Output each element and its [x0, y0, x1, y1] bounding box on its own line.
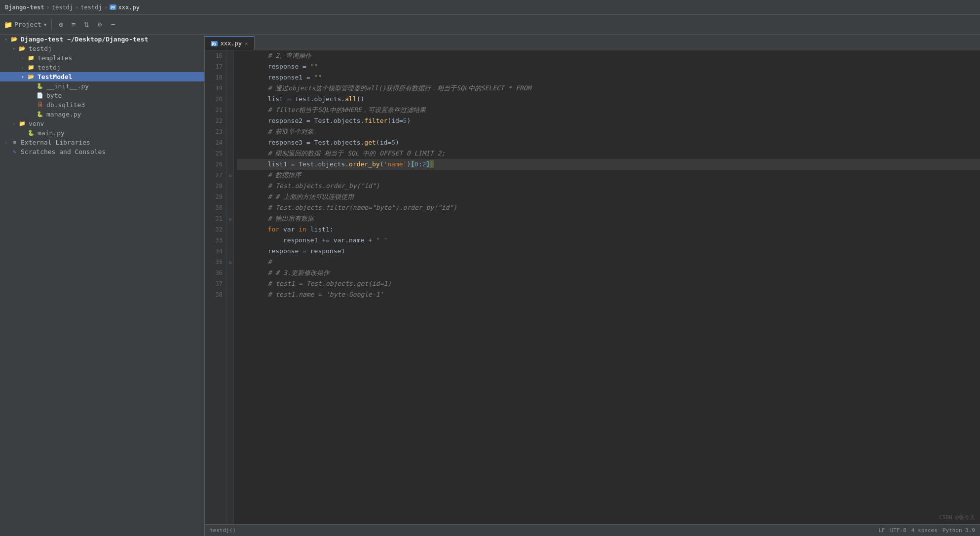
toolbar-settings-btn[interactable]: ⚙ — [94, 19, 106, 30]
project-label-text: Project — [14, 21, 41, 28]
tree-label-testdj-inner: testdj — [38, 64, 61, 71]
sidebar-item-templates[interactable]: › 📁 templates — [0, 53, 204, 63]
breadcrumb-file: xxx.py — [118, 4, 140, 11]
scratches-icon: ✎ — [10, 149, 19, 155]
sidebar[interactable]: ▾ 📂 Django-test ~/Desktop/Django-test ▾ … — [0, 35, 205, 536]
code-container[interactable]: 16 17 18 19 20 21 22 23 24 25 26 27 28 2… — [205, 50, 980, 524]
sidebar-item-byte[interactable]: 📄 byte — [0, 91, 204, 100]
sidebar-item-venv[interactable]: › 📁 venv — [0, 119, 204, 128]
tree-arrow-external: › — [2, 140, 10, 145]
status-encoding[interactable]: UTF-8 — [890, 527, 906, 534]
project-panel-label: 📁 Project ▾ — [4, 21, 47, 29]
sidebar-item-db-sqlite3[interactable]: 🗄 db.sqlite3 — [0, 100, 204, 110]
tree-label-main-py: main.py — [38, 129, 65, 137]
code-line-37: # test1 = Test.objects.get(id=1) — [237, 278, 980, 289]
tree-label-manage-py: manage.py — [46, 111, 81, 118]
code-line-20: list = Test.objects.all() — [237, 94, 980, 105]
code-line-25: # 限制返回的数据 相当于 SQL 中的 OFFSET 0 LIMIT 2; — [237, 148, 980, 159]
file-type-icon: py — [110, 4, 116, 10]
tree-label-scratches: Scratches and Consoles — [21, 148, 106, 155]
sidebar-item-django-test[interactable]: ▾ 📂 Django-test ~/Desktop/Django-test — [0, 35, 204, 44]
status-right: LF UTF-8 4 spaces Python 3.9 — [878, 527, 975, 534]
code-line-18: response1 = "" — [237, 72, 980, 83]
tab-close-btn[interactable]: × — [245, 40, 248, 47]
status-bar: testdj() LF UTF-8 4 spaces Python 3.9 — [205, 524, 980, 536]
tree-label-testmodel: TestModel — [38, 73, 72, 80]
code-line-31: # 输出所有数据 — [237, 213, 980, 224]
project-dropdown-arrow[interactable]: ▾ — [43, 21, 47, 28]
code-line-24: response3 = Test.objects.get(id=5) — [237, 137, 980, 148]
sidebar-item-init[interactable]: 🐍 __init__.py — [0, 81, 204, 91]
tree-arrow-testdj-inner: › — [19, 65, 27, 70]
code-line-23: # 获取单个对象 — [237, 126, 980, 137]
code-line-34: response = response1 — [237, 246, 980, 257]
breadcrumb: Django-test › testdj › testdj › py xxx.p… — [5, 4, 140, 11]
tab-label: xxx.py — [221, 40, 242, 47]
sidebar-item-testdj-inner[interactable]: › 📁 testdj — [0, 63, 204, 72]
tree-arrow-templates: › — [19, 56, 27, 61]
tree-label-testdj-root: testdj — [29, 45, 52, 52]
code-line-26: list1 = Test.objects.order_by('name')[0:… — [237, 159, 980, 170]
code-line-27: # 数据排序 — [237, 170, 980, 181]
folder-open-icon-testdj: 📂 — [18, 45, 27, 52]
watermark: CSDN @张今天 — [939, 514, 975, 521]
tree-arrow-django-test: ▾ — [2, 37, 10, 42]
sidebar-item-manage-py[interactable]: 🐍 manage.py — [0, 110, 204, 119]
code-line-30: # Test.objects.filter(name="byte").order… — [237, 202, 980, 213]
toolbar-separator-1 — [51, 19, 52, 31]
status-indent[interactable]: 4 spaces — [911, 527, 938, 534]
status-line-sep[interactable]: LF — [878, 527, 885, 534]
py-icon-manage: 🐍 — [36, 111, 44, 118]
tree-label-venv: venv — [29, 120, 44, 127]
sidebar-item-main-py[interactable]: 🐍 main.py — [0, 128, 204, 138]
status-python-ver[interactable]: Python 3.9 — [942, 527, 975, 534]
code-line-36: # # 3.更新修改操作 — [237, 268, 980, 278]
toolbar: 📁 Project ▾ ⊕ ≡ ⇅ ⚙ − — [0, 15, 980, 35]
py-icon-main: 🐍 — [27, 130, 36, 137]
line-numbers: 16 17 18 19 20 21 22 23 24 25 26 27 28 2… — [205, 50, 227, 524]
toolbar-minus-btn[interactable]: − — [108, 18, 118, 31]
breadcrumb-folder2: testdj — [80, 4, 102, 11]
sidebar-item-testdj-root[interactable]: ▾ 📂 testdj — [0, 44, 204, 53]
code-line-22: response2 = Test.objects.filter(id=5) — [237, 115, 980, 126]
code-line-38: # test1.name = 'byte-Google-1' — [237, 289, 980, 300]
tree-arrow-venv: › — [10, 121, 18, 126]
sidebar-item-testmodel[interactable]: ▾ 📂 TestModel — [0, 72, 204, 81]
code-line-17: response = "" — [237, 61, 980, 72]
code-line-21: # filter相当于SQL中的WHERE，可设置条件过滤结果 — [237, 105, 980, 115]
status-function: testdj() — [210, 527, 236, 534]
toolbar-align-btn[interactable]: ≡ — [69, 18, 79, 31]
code-lines[interactable]: # 2、查询操作 response = "" response1 = "" # … — [234, 50, 980, 524]
folder-icon-templates: 📁 — [27, 55, 36, 62]
sidebar-item-external-libs[interactable]: › ⊞ External Libraries — [0, 138, 204, 147]
tree-label-byte: byte — [46, 92, 62, 99]
tree-label-external-libs: External Libraries — [21, 139, 90, 146]
folder-open-icon: 📂 — [10, 36, 19, 43]
tab-xxx-py[interactable]: py xxx.py × — [205, 36, 255, 50]
tree-label-init: __init__.py — [46, 82, 89, 90]
toolbar-collapse-btn[interactable]: ⇅ — [80, 19, 92, 31]
code-line-16: # 2、查询操作 — [237, 50, 980, 61]
toolbar-add-btn[interactable]: ⊕ — [56, 19, 67, 30]
code-line-35: # — [237, 257, 980, 268]
file-icon-byte: 📄 — [36, 92, 44, 99]
tree-label-templates: templates — [38, 54, 72, 62]
code-line-29: # # 上面的方法可以连锁使用 — [237, 191, 980, 202]
db-icon: 🗄 — [36, 102, 44, 109]
gutter-mark-35: ◇ — [227, 257, 233, 268]
tree-arrow-testmodel: ▾ — [19, 75, 27, 79]
breadcrumb-folder1: testdj — [52, 4, 73, 11]
tree-label-django-test: Django-test ~/Desktop/Django-test — [21, 36, 148, 43]
main-layout: ▾ 📂 Django-test ~/Desktop/Django-test ▾ … — [0, 35, 980, 536]
sidebar-item-scratches[interactable]: ✎ Scratches and Consoles — [0, 147, 204, 156]
gutter: ◇ ◇ ◇ — [227, 50, 234, 524]
external-libs-icon: ⊞ — [10, 139, 19, 146]
gutter-mark-27: ◇ — [227, 170, 233, 181]
py-icon-init: 🐍 — [36, 83, 44, 90]
folder-open-icon-testmodel: 📂 — [27, 74, 36, 80]
tab-file-icon: py — [211, 41, 218, 46]
code-line-28: # Test.objects.order_by("id") — [237, 181, 980, 191]
folder-icon-testdj-inner: 📁 — [27, 64, 36, 71]
code-line-19: # 通过objects这个模型管理器的all()获得所有数据行，相当于SQL中的… — [237, 83, 980, 94]
editor-area: py xxx.py × 16 17 18 19 20 21 22 23 24 2… — [205, 35, 980, 536]
